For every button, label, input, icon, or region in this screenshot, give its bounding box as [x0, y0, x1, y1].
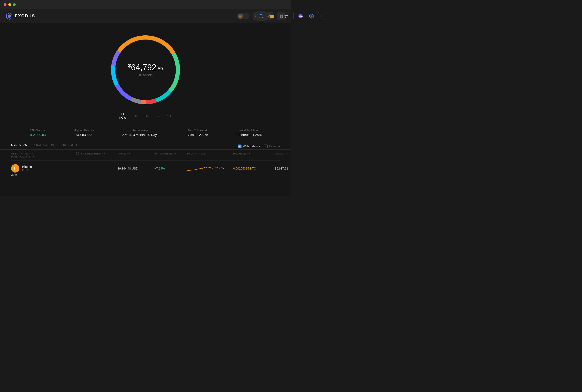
logo-text: EXODUS [15, 14, 35, 18]
asset-count: 10 Assets [128, 73, 163, 77]
portfolio-section: $64,792.59 10 Assets NOW 1M 6M 1Y ALL [0, 23, 291, 125]
btc-portfolio-pct: 33% [11, 173, 76, 176]
donut-center: $64,792.59 10 Assets [128, 63, 163, 77]
tab-portfolio-tab[interactable]: PORTFOLIO [60, 143, 77, 150]
table-header: ASSET NAME ▲▼ ? APY REWARDS ▲▼ PRICE ▲▼ … [11, 150, 280, 160]
tab-portfolio[interactable] [256, 11, 266, 21]
timeline-dot [122, 113, 124, 115]
sort-balance: ▲▼ [247, 153, 250, 154]
th-value[interactable]: VALUE ▲▼ [275, 152, 291, 155]
stat-worst-label: Worst 24H Asset [236, 129, 262, 132]
dollar-sign: $ [128, 63, 131, 68]
lock-icon: 🔒 [238, 14, 243, 19]
sort-price: ▲▼ [127, 153, 130, 154]
btc-info: Bitcoin BTC [22, 165, 32, 172]
stat-age-value: 2 Year, 3 Month, 30 Days [122, 133, 158, 137]
btc-sparkline-svg [187, 164, 224, 173]
stat-best-asset: Best 24H Asset Bitcoin +2.89% [187, 129, 208, 137]
th-portfolio-pct[interactable]: PORTFOLIO % ▲▼ [11, 155, 76, 158]
th-asset-name[interactable]: ASSET NAME ▲▼ [11, 152, 76, 155]
svg-point-3 [260, 15, 262, 17]
timeline-1m[interactable]: 1M [134, 114, 138, 118]
th-24h-change[interactable]: 24H CHANGE ▲▼ [154, 152, 187, 155]
stat-age-label: Portfolio Age [122, 129, 158, 132]
logo: EXODUS [6, 12, 35, 20]
asset-cell-btc: ₿ Bitcoin BTC [11, 164, 76, 172]
stat-24h-label: 24h Change [30, 129, 46, 132]
tab-overview[interactable]: OVERVIEW [11, 143, 27, 150]
stat-highest-balance: Highest Balance $47,839.82 [74, 129, 94, 137]
btc-name: Bitcoin [22, 165, 32, 168]
btc-icon: ₿ [11, 164, 20, 172]
timeline-6m[interactable]: 6M [145, 114, 149, 118]
favorite-label: Favorite [269, 144, 280, 148]
table-filter-right: ✓ With balance Favorite [238, 144, 280, 148]
svg-text:₿: ₿ [14, 166, 15, 170]
svg-point-6 [274, 16, 274, 17]
timeline-now-label: NOW [119, 116, 126, 119]
tab-exchange[interactable] [281, 11, 291, 21]
timeline-1y[interactable]: 1Y [156, 114, 160, 118]
nav-divider-1 [279, 14, 280, 19]
sort-value: ▲▼ [284, 153, 288, 154]
btc-sparkline [187, 164, 233, 173]
stat-highest-value: $47,839.82 [74, 133, 94, 137]
btc-change: +7.14% [154, 167, 187, 170]
th-apy[interactable]: ? APY REWARDS ▲▼ [76, 152, 118, 155]
with-balance-label: With balance [243, 144, 260, 148]
btc-ticker: BTC [22, 168, 32, 172]
minimize-button[interactable] [8, 3, 11, 6]
stat-worst-value: Ethereum -1,25% [236, 133, 262, 137]
with-balance-check: ✓ [238, 144, 242, 148]
th-30day: 30 DAY TREND [187, 152, 233, 155]
timeline-all[interactable]: ALL [167, 114, 172, 118]
btc-balance: 0.60205315 BTC [233, 167, 275, 170]
stat-portfolio-age: Portfolio Age 2 Year, 3 Month, 30 Days [122, 129, 158, 137]
th-balance[interactable]: BALANCE ▲▼ [233, 152, 275, 155]
stat-best-value: Bitcoin +2.89% [187, 133, 208, 137]
favorite-checkbox [264, 144, 268, 148]
th-price[interactable]: PRICE ▲▼ [118, 152, 154, 155]
timeline: NOW 1M 6M 1Y ALL [119, 113, 172, 119]
lock-toggle[interactable]: 🔒 [237, 13, 249, 19]
sort-portfolio: ▲▼ [31, 156, 34, 158]
stat-24h-change: 24h Change +$2,930.03 [30, 129, 46, 137]
close-button[interactable] [4, 3, 6, 6]
timeline-all-label: ALL [167, 114, 172, 118]
tab-wallet[interactable] [267, 11, 277, 21]
portfolio-donut: $64,792.59 10 Assets [106, 30, 185, 109]
stat-best-label: Best 24H Asset [187, 129, 208, 132]
asset-table: ASSET NAME ▲▼ ? APY REWARDS ▲▼ PRICE ▲▼ … [0, 150, 291, 180]
main-content: $64,792.59 10 Assets NOW 1M 6M 1Y ALL [0, 23, 291, 196]
nav-tabs: NFT + [256, 11, 291, 21]
stat-highest-label: Highest Balance [74, 129, 94, 132]
timeline-1m-label: 1M [134, 114, 138, 118]
maximize-button[interactable] [13, 3, 16, 6]
favorite-toggle[interactable]: Favorite [264, 144, 280, 148]
help-icon: ? [76, 152, 79, 155]
titlebar [0, 0, 291, 9]
table-row[interactable]: ₿ Bitcoin BTC $9,364.48 USD +7.14% 0.602… [11, 160, 280, 180]
stat-worst-asset: Worst 24H Asset Ethereum -1,25% [236, 129, 262, 137]
btc-price: $9,364.48 USD [118, 167, 154, 170]
sort-asset-name: ▲▼ [30, 153, 33, 154]
header: EXODUS [0, 9, 291, 23]
timeline-6m-label: 6M [145, 114, 149, 118]
timeline-now[interactable]: NOW [119, 113, 126, 119]
stats-bar: 24h Change +$2,930.03 Highest Balance $4… [18, 125, 273, 140]
with-balance-toggle[interactable]: ✓ With balance [238, 144, 260, 148]
exodus-logo-icon [6, 12, 13, 20]
tab-price-action[interactable]: PRICE ACTION [33, 143, 54, 150]
sort-apy: ▲▼ [102, 153, 105, 154]
stat-24h-value: +$2,930.03 [30, 133, 46, 137]
portfolio-total-value: $64,792.59 [128, 63, 163, 72]
sort-24h: ▲▼ [173, 153, 176, 154]
table-tabs: OVERVIEW PRICE ACTION PORTFOLIO ✓ With b… [0, 140, 291, 150]
btc-value: $5,637.91 [275, 167, 291, 170]
timeline-1y-label: 1Y [156, 114, 160, 118]
